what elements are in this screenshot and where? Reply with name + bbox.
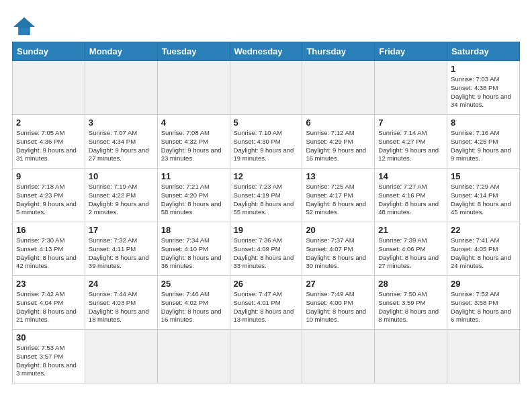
page: SundayMondayTuesdayWednesdayThursdayFrid… — [0, 0, 532, 390]
day-number: 13 — [306, 171, 371, 181]
calendar-day-cell: 22Sunrise: 7:41 AM Sunset: 4:05 PM Dayli… — [447, 222, 520, 276]
day-info: Sunrise: 7:53 AM Sunset: 3:57 PM Dayligh… — [16, 344, 81, 378]
weekday-header: Tuesday — [157, 42, 230, 61]
day-number: 24 — [89, 279, 154, 289]
day-number: 14 — [378, 171, 443, 181]
calendar-week-row: 9Sunrise: 7:18 AM Sunset: 4:23 PM Daylig… — [13, 169, 520, 222]
weekday-header: Thursday — [302, 42, 375, 61]
calendar-day-cell: 15Sunrise: 7:29 AM Sunset: 4:14 PM Dayli… — [447, 169, 520, 222]
day-info: Sunrise: 7:10 AM Sunset: 4:30 PM Dayligh… — [234, 129, 299, 163]
calendar-day-cell — [13, 61, 85, 115]
calendar-day-cell: 5Sunrise: 7:10 AM Sunset: 4:30 PM Daylig… — [230, 115, 302, 169]
calendar-day-cell: 4Sunrise: 7:08 AM Sunset: 4:32 PM Daylig… — [157, 115, 230, 169]
calendar-day-cell — [230, 330, 302, 383]
day-info: Sunrise: 7:32 AM Sunset: 4:11 PM Dayligh… — [89, 236, 154, 271]
calendar-day-cell: 3Sunrise: 7:07 AM Sunset: 4:34 PM Daylig… — [85, 115, 157, 169]
day-number: 10 — [89, 171, 154, 181]
calendar-day-cell: 25Sunrise: 7:46 AM Sunset: 4:02 PM Dayli… — [157, 276, 230, 330]
calendar-day-cell — [302, 330, 375, 383]
day-info: Sunrise: 7:44 AM Sunset: 4:03 PM Dayligh… — [89, 290, 154, 324]
day-number: 1 — [451, 64, 516, 74]
calendar-day-cell — [302, 61, 375, 115]
day-number: 12 — [234, 171, 299, 181]
calendar-day-cell: 11Sunrise: 7:21 AM Sunset: 4:20 PM Dayli… — [157, 169, 230, 222]
day-info: Sunrise: 7:23 AM Sunset: 4:19 PM Dayligh… — [234, 183, 299, 217]
day-info: Sunrise: 7:34 AM Sunset: 4:10 PM Dayligh… — [161, 236, 226, 271]
calendar-day-cell: 18Sunrise: 7:34 AM Sunset: 4:10 PM Dayli… — [157, 222, 230, 276]
logo — [12, 16, 39, 36]
day-info: Sunrise: 7:14 AM Sunset: 4:27 PM Dayligh… — [378, 129, 443, 163]
weekday-header: Sunday — [13, 42, 85, 61]
calendar-day-cell: 17Sunrise: 7:32 AM Sunset: 4:11 PM Dayli… — [85, 222, 157, 276]
day-number: 26 — [234, 279, 299, 289]
calendar-day-cell: 14Sunrise: 7:27 AM Sunset: 4:16 PM Dayli… — [375, 169, 447, 222]
calendar-day-cell: 1Sunrise: 7:03 AM Sunset: 4:38 PM Daylig… — [447, 61, 520, 115]
weekday-header: Friday — [375, 42, 447, 61]
day-number: 20 — [306, 225, 371, 235]
day-number: 8 — [451, 118, 516, 128]
day-info: Sunrise: 7:49 AM Sunset: 4:00 PM Dayligh… — [306, 290, 371, 324]
day-info: Sunrise: 7:36 AM Sunset: 4:09 PM Dayligh… — [234, 236, 299, 271]
day-info: Sunrise: 7:42 AM Sunset: 4:04 PM Dayligh… — [16, 290, 81, 324]
calendar-day-cell: 6Sunrise: 7:12 AM Sunset: 4:29 PM Daylig… — [302, 115, 375, 169]
day-number: 22 — [451, 225, 516, 235]
day-info: Sunrise: 7:47 AM Sunset: 4:01 PM Dayligh… — [234, 290, 299, 324]
calendar-day-cell: 30Sunrise: 7:53 AM Sunset: 3:57 PM Dayli… — [13, 330, 85, 383]
day-info: Sunrise: 7:37 AM Sunset: 4:07 PM Dayligh… — [306, 236, 371, 271]
day-info: Sunrise: 7:21 AM Sunset: 4:20 PM Dayligh… — [161, 183, 226, 217]
day-number: 30 — [16, 332, 81, 342]
day-number: 3 — [89, 118, 154, 128]
header-area — [12, 12, 520, 36]
weekday-header: Saturday — [447, 42, 520, 61]
calendar-day-cell — [375, 330, 447, 383]
calendar-day-cell: 29Sunrise: 7:52 AM Sunset: 3:58 PM Dayli… — [447, 276, 520, 330]
calendar-day-cell — [85, 61, 157, 115]
day-info: Sunrise: 7:03 AM Sunset: 4:38 PM Dayligh… — [451, 75, 516, 109]
day-info: Sunrise: 7:27 AM Sunset: 4:16 PM Dayligh… — [378, 183, 443, 217]
day-info: Sunrise: 7:16 AM Sunset: 4:25 PM Dayligh… — [451, 129, 516, 163]
calendar-day-cell: 8Sunrise: 7:16 AM Sunset: 4:25 PM Daylig… — [447, 115, 520, 169]
calendar-day-cell: 23Sunrise: 7:42 AM Sunset: 4:04 PM Dayli… — [13, 276, 85, 330]
calendar-day-cell: 26Sunrise: 7:47 AM Sunset: 4:01 PM Dayli… — [230, 276, 302, 330]
calendar-week-row: 1Sunrise: 7:03 AM Sunset: 4:38 PM Daylig… — [13, 61, 520, 115]
calendar-day-cell — [230, 61, 302, 115]
day-info: Sunrise: 7:25 AM Sunset: 4:17 PM Dayligh… — [306, 183, 371, 217]
day-info: Sunrise: 7:39 AM Sunset: 4:06 PM Dayligh… — [378, 236, 443, 271]
day-number: 17 — [89, 225, 154, 235]
calendar-day-cell: 28Sunrise: 7:50 AM Sunset: 3:59 PM Dayli… — [375, 276, 447, 330]
day-number: 6 — [306, 118, 371, 128]
calendar-day-cell — [157, 61, 230, 115]
calendar-week-row: 30Sunrise: 7:53 AM Sunset: 3:57 PM Dayli… — [13, 330, 520, 383]
day-info: Sunrise: 7:18 AM Sunset: 4:23 PM Dayligh… — [16, 183, 81, 217]
calendar-day-cell: 12Sunrise: 7:23 AM Sunset: 4:19 PM Dayli… — [230, 169, 302, 222]
calendar-day-cell: 20Sunrise: 7:37 AM Sunset: 4:07 PM Dayli… — [302, 222, 375, 276]
calendar-day-cell — [375, 61, 447, 115]
day-number: 4 — [161, 118, 226, 128]
weekday-header: Wednesday — [230, 42, 302, 61]
day-info: Sunrise: 7:07 AM Sunset: 4:34 PM Dayligh… — [89, 129, 154, 163]
calendar-day-cell — [447, 330, 520, 383]
calendar-day-cell: 21Sunrise: 7:39 AM Sunset: 4:06 PM Dayli… — [375, 222, 447, 276]
calendar-day-cell: 7Sunrise: 7:14 AM Sunset: 4:27 PM Daylig… — [375, 115, 447, 169]
day-number: 21 — [378, 225, 443, 235]
day-info: Sunrise: 7:29 AM Sunset: 4:14 PM Dayligh… — [451, 183, 516, 217]
calendar-day-cell: 16Sunrise: 7:30 AM Sunset: 4:13 PM Dayli… — [13, 222, 85, 276]
calendar-day-cell: 13Sunrise: 7:25 AM Sunset: 4:17 PM Dayli… — [302, 169, 375, 222]
day-info: Sunrise: 7:30 AM Sunset: 4:13 PM Dayligh… — [16, 236, 81, 271]
day-number: 27 — [306, 279, 371, 289]
day-number: 29 — [451, 279, 516, 289]
day-number: 9 — [16, 171, 81, 181]
day-number: 18 — [161, 225, 226, 235]
calendar-week-row: 16Sunrise: 7:30 AM Sunset: 4:13 PM Dayli… — [13, 222, 520, 276]
day-info: Sunrise: 7:52 AM Sunset: 3:58 PM Dayligh… — [451, 290, 516, 324]
day-number: 28 — [378, 279, 443, 289]
day-info: Sunrise: 7:46 AM Sunset: 4:02 PM Dayligh… — [161, 290, 226, 324]
day-number: 2 — [16, 118, 81, 128]
day-info: Sunrise: 7:12 AM Sunset: 4:29 PM Dayligh… — [306, 129, 371, 163]
day-number: 5 — [234, 118, 299, 128]
day-info: Sunrise: 7:05 AM Sunset: 4:36 PM Dayligh… — [16, 129, 81, 163]
calendar-day-cell: 19Sunrise: 7:36 AM Sunset: 4:09 PM Dayli… — [230, 222, 302, 276]
calendar-week-row: 2Sunrise: 7:05 AM Sunset: 4:36 PM Daylig… — [13, 115, 520, 169]
day-number: 25 — [161, 279, 226, 289]
day-info: Sunrise: 7:41 AM Sunset: 4:05 PM Dayligh… — [451, 236, 516, 271]
